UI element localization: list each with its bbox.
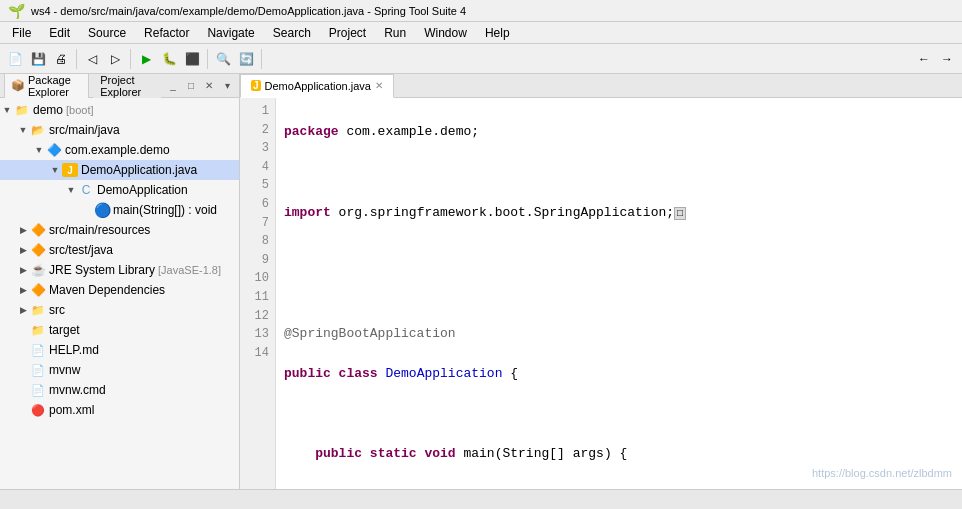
toolbar-stop-btn[interactable]: ⬛ (181, 48, 203, 70)
toolbar-print-btn[interactable]: 🖨 (50, 48, 72, 70)
src-test-icon: 🔶 (30, 242, 46, 258)
expand-demo[interactable]: ▼ (0, 103, 14, 117)
tree-item-mvnw[interactable]: 📄 mvnw (0, 360, 239, 380)
expand-src-test[interactable]: ▶ (16, 243, 30, 257)
mvnw-cmd-icon: 📄 (30, 382, 46, 398)
editor-tab-java-icon: J (251, 80, 261, 91)
mvnw-icon: 📄 (30, 362, 46, 378)
tree-item-main-method[interactable]: 🔵 main(String[]) : void (0, 200, 239, 220)
tree-item-mvnw-cmd[interactable]: 📄 mvnw.cmd (0, 380, 239, 400)
code-line-9: public static void main(String[] args) { (284, 444, 954, 464)
editor-tab-close[interactable]: ✕ (375, 80, 383, 91)
tree-item-package[interactable]: ▼ 🔷 com.example.demo (0, 140, 239, 160)
code-line-8 (284, 404, 954, 424)
expand-jre[interactable]: ▶ (16, 263, 30, 277)
menu-run[interactable]: Run (376, 24, 414, 42)
menu-source[interactable]: Source (80, 24, 134, 42)
panel-menu-btn[interactable]: ▾ (219, 78, 235, 94)
toolbar-next-btn[interactable]: ▷ (104, 48, 126, 70)
code-line-5 (284, 283, 954, 303)
menu-file[interactable]: File (4, 24, 39, 42)
toolbar-run-btn[interactable]: ▶ (135, 48, 157, 70)
src-folder-icon: 📁 (30, 302, 46, 318)
menu-bar: File Edit Source Refactor Navigate Searc… (0, 22, 962, 44)
editor-tab-label: DemoApplication.java (265, 80, 371, 92)
tree-item-pom-xml[interactable]: 🔴 pom.xml (0, 400, 239, 420)
java-file-icon: J (62, 163, 78, 177)
tab-project-explorer[interactable]: Project Explorer (93, 74, 161, 101)
tree-item-src-main-java[interactable]: ▼ 📂 src/main/java (0, 120, 239, 140)
tree-item-target[interactable]: 📁 target (0, 320, 239, 340)
tree-item-src-test-java[interactable]: ▶ 🔶 src/test/java (0, 240, 239, 260)
expand-class[interactable]: ▼ (64, 183, 78, 197)
expand-target (16, 323, 30, 337)
toolbar-misc-group: 🔍 🔄 (212, 48, 257, 70)
menu-search[interactable]: Search (265, 24, 319, 42)
menu-project[interactable]: Project (321, 24, 374, 42)
toolbar-prev-btn[interactable]: ◁ (81, 48, 103, 70)
toolbar-refresh-btn[interactable]: 🔄 (235, 48, 257, 70)
panel-maximize-btn[interactable]: □ (183, 78, 199, 94)
folder-icon-demo: 📁 (14, 102, 30, 118)
target-folder-icon: 📁 (30, 322, 46, 338)
code-line-4 (284, 243, 954, 263)
code-line-2 (284, 162, 954, 182)
toolbar-back-btn[interactable]: ← (913, 48, 935, 70)
toolbar-forward-btn[interactable]: → (936, 48, 958, 70)
package-explorer-icon: 📦 (11, 79, 25, 92)
menu-help[interactable]: Help (477, 24, 518, 42)
code-line-3: import org.springframework.boot.SpringAp… (284, 203, 954, 223)
expand-demoapplication[interactable]: ▼ (48, 163, 62, 177)
menu-refactor[interactable]: Refactor (136, 24, 197, 42)
menu-navigate[interactable]: Navigate (199, 24, 262, 42)
tree-view: ▼ 📁 demo [boot] ▼ 📂 src/main/java ▼ (0, 98, 239, 489)
expand-src-main-java[interactable]: ▼ (16, 123, 30, 137)
tree-item-demo[interactable]: ▼ 📁 demo [boot] (0, 100, 239, 120)
toolbar-debug-btn[interactable]: 🐛 (158, 48, 180, 70)
expand-src-main-res[interactable]: ▶ (16, 223, 30, 237)
tree-item-help-md[interactable]: 📄 HELP.md (0, 340, 239, 360)
menu-edit[interactable]: Edit (41, 24, 78, 42)
app-icon: 🌱 (8, 3, 25, 19)
right-panel: J DemoApplication.java ✕ 1 2 3 4 5 6 7 8… (240, 74, 962, 489)
panel-close-btn[interactable]: ✕ (201, 78, 217, 94)
tree-item-src-main-resources[interactable]: ▶ 🔶 src/main/resources (0, 220, 239, 240)
code-area[interactable]: 1 2 3 4 5 6 7 8 9 10 11 12 13 14 package… (240, 98, 962, 489)
toolbar-nav-group: ← → (913, 48, 958, 70)
toolbar-new-btn[interactable]: 📄 (4, 48, 26, 70)
toolbar-save-btn[interactable]: 💾 (27, 48, 49, 70)
expand-pom (16, 403, 30, 417)
tree-item-maven-deps[interactable]: ▶ 🔶 Maven Dependencies (0, 280, 239, 300)
toolbar-search-btn[interactable]: 🔍 (212, 48, 234, 70)
code-line-6: @SpringBootApplication (284, 324, 954, 344)
expand-help (16, 343, 30, 357)
menu-window[interactable]: Window (416, 24, 475, 42)
expand-maven[interactable]: ▶ (16, 283, 30, 297)
expand-mvnw (16, 363, 30, 377)
expand-package[interactable]: ▼ (32, 143, 46, 157)
panel-tab-actions: _ □ ✕ ▾ (165, 78, 235, 94)
tree-item-demoapplication-class[interactable]: ▼ C DemoApplication (0, 180, 239, 200)
panel-minimize-btn[interactable]: _ (165, 78, 181, 94)
code-line-1: package com.example.demo; (284, 122, 954, 142)
package-icon: 🔷 (46, 142, 62, 158)
tree-item-jre[interactable]: ▶ ☕ JRE System Library [JavaSE-1.8] (0, 260, 239, 280)
tree-item-src[interactable]: ▶ 📁 src (0, 300, 239, 320)
toolbar-run-group: ▶ 🐛 ⬛ (135, 48, 203, 70)
method-icon: 🔵 (94, 202, 110, 218)
maven-icon: 🔶 (30, 282, 46, 298)
expand-method (80, 203, 94, 217)
help-md-icon: 📄 (30, 342, 46, 358)
tab-package-explorer[interactable]: 📦 Package Explorer (4, 74, 89, 101)
left-panel: 📦 Package Explorer Project Explorer _ □ … (0, 74, 240, 489)
toolbar-edit-group: ◁ ▷ (81, 48, 126, 70)
src-icon: 📂 (30, 122, 46, 138)
editor-tab-demoapplication[interactable]: J DemoApplication.java ✕ (240, 74, 394, 98)
editor-tabs: J DemoApplication.java ✕ (240, 74, 962, 98)
project-explorer-label: Project Explorer (100, 74, 154, 98)
class-icon: C (78, 182, 94, 198)
expand-src[interactable]: ▶ (16, 303, 30, 317)
tree-item-demoapplication-java[interactable]: ▼ J DemoApplication.java (0, 160, 239, 180)
title-bar: 🌱 ws4 - demo/src/main/java/com/example/d… (0, 0, 962, 22)
code-editor[interactable]: package com.example.demo; import org.spr… (276, 98, 962, 489)
